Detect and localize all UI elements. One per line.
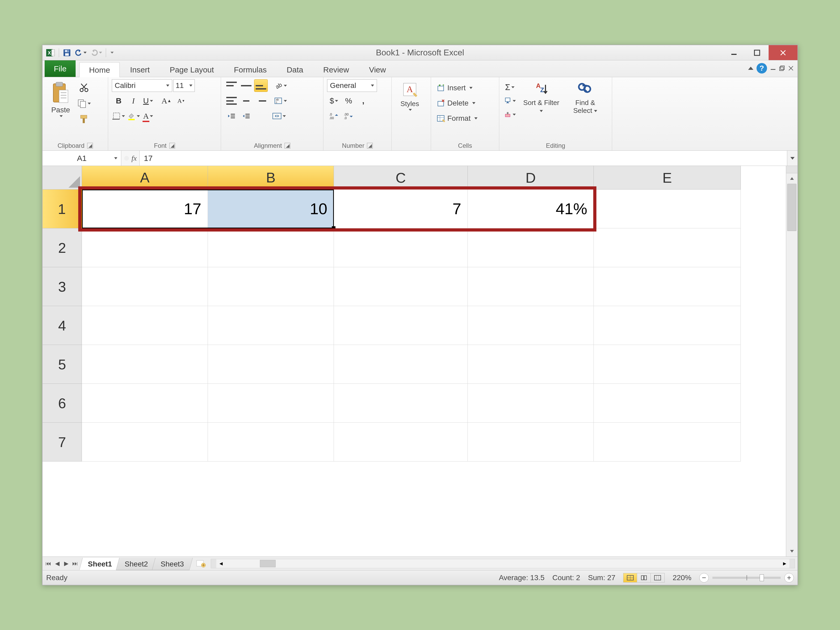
zoom-in-button[interactable]: +: [784, 573, 794, 583]
normal-view-button[interactable]: [624, 573, 637, 582]
cell-e6[interactable]: [594, 384, 741, 423]
row-header-7[interactable]: 7: [43, 423, 82, 461]
cell-b3[interactable]: [208, 267, 334, 306]
align-top-button[interactable]: [225, 79, 238, 92]
row-header-1[interactable]: 1: [43, 189, 82, 228]
align-right-button[interactable]: [254, 95, 268, 107]
clear-button[interactable]: [503, 108, 516, 121]
excel-icon[interactable]: X: [45, 47, 56, 58]
minimize-button[interactable]: [722, 45, 745, 60]
zoom-slider-track[interactable]: [712, 577, 781, 579]
horizontal-scroll-thumb[interactable]: [260, 560, 276, 567]
cell-a4[interactable]: [82, 306, 208, 345]
align-left-button[interactable]: [225, 95, 238, 107]
cell-d4[interactable]: [468, 306, 594, 345]
tab-file[interactable]: File: [45, 60, 76, 77]
cell-a2[interactable]: [82, 228, 208, 267]
cell-c7[interactable]: [334, 423, 468, 461]
cell-d7[interactable]: [468, 423, 594, 461]
prev-sheet-button[interactable]: ◀: [53, 559, 62, 568]
last-sheet-button[interactable]: ⏭: [71, 559, 79, 568]
row-header-6[interactable]: 6: [43, 384, 82, 423]
cell-d5[interactable]: [468, 345, 594, 384]
cell-a6[interactable]: [82, 384, 208, 423]
cell-d3[interactable]: [468, 267, 594, 306]
decrease-decimal-button[interactable]: .00.0: [342, 110, 355, 122]
horizontal-scroll-track[interactable]: [226, 559, 780, 568]
column-header-b[interactable]: B: [208, 166, 334, 189]
italic-button[interactable]: I: [126, 95, 140, 107]
column-header-c[interactable]: C: [334, 166, 468, 189]
column-header-d[interactable]: D: [468, 166, 594, 189]
sort-filter-button[interactable]: AZ Sort & Filter: [520, 79, 562, 115]
zoom-out-button[interactable]: −: [699, 573, 709, 583]
vertical-split-handle[interactable]: [786, 166, 797, 173]
save-button[interactable]: [62, 47, 72, 58]
merge-center-button[interactable]: [272, 110, 286, 122]
cell-b4[interactable]: [208, 306, 334, 345]
increase-indent-button[interactable]: [239, 110, 253, 122]
find-select-button[interactable]: Find & Select: [562, 79, 608, 115]
align-bottom-button[interactable]: [254, 79, 268, 92]
font-dialog-launcher[interactable]: [169, 143, 175, 148]
accounting-format-button[interactable]: $: [327, 95, 341, 107]
paste-button[interactable]: Paste: [46, 79, 75, 126]
close-button[interactable]: [769, 45, 797, 60]
cell-b6[interactable]: [208, 384, 334, 423]
qat-customize[interactable]: [109, 47, 115, 58]
cell-c2[interactable]: [334, 228, 468, 267]
cell-e2[interactable]: [594, 228, 741, 267]
cell-a7[interactable]: [82, 423, 208, 461]
cut-button[interactable]: [77, 81, 91, 95]
insert-cells-button[interactable]: Insert: [435, 81, 479, 95]
cell-b5[interactable]: [208, 345, 334, 384]
fx-icon[interactable]: fx: [131, 154, 137, 163]
grow-font-button[interactable]: A▲: [159, 95, 173, 107]
undo-button[interactable]: [74, 47, 88, 58]
mdi-close-icon[interactable]: [788, 65, 794, 71]
expand-formula-bar[interactable]: [787, 151, 797, 166]
row-header-2[interactable]: 2: [43, 228, 82, 267]
tab-insert[interactable]: Insert: [120, 62, 159, 77]
delete-cells-button[interactable]: Delete: [435, 96, 479, 110]
cell-a5[interactable]: [82, 345, 208, 384]
vertical-scroll-track[interactable]: [786, 184, 797, 546]
format-cells-button[interactable]: Format: [435, 111, 479, 125]
percent-format-button[interactable]: %: [342, 95, 355, 107]
first-sheet-button[interactable]: ⏮: [44, 559, 52, 568]
increase-decimal-button[interactable]: .0.00: [327, 110, 341, 122]
cell-a3[interactable]: [82, 267, 208, 306]
cell-c4[interactable]: [334, 306, 468, 345]
cancel-formula-icon[interactable]: [124, 155, 129, 161]
zoom-percent[interactable]: 220%: [673, 573, 692, 582]
name-box[interactable]: A1: [43, 151, 121, 166]
align-center-button[interactable]: [239, 95, 253, 107]
cell-c3[interactable]: [334, 267, 468, 306]
cell-e4[interactable]: [594, 306, 741, 345]
tab-formulas[interactable]: Formulas: [224, 62, 276, 77]
cell-e3[interactable]: [594, 267, 741, 306]
scroll-right-button[interactable]: ▶: [780, 561, 789, 566]
column-header-e[interactable]: E: [594, 166, 741, 189]
row-header-5[interactable]: 5: [43, 345, 82, 384]
cell-e7[interactable]: [594, 423, 741, 461]
cell-b2[interactable]: [208, 228, 334, 267]
cell-e5[interactable]: [594, 345, 741, 384]
cell-b1[interactable]: 10: [208, 189, 334, 228]
mdi-minimize-icon[interactable]: [770, 65, 776, 71]
alignment-dialog-launcher[interactable]: [284, 143, 291, 148]
fill-color-button[interactable]: [126, 110, 140, 122]
cell-d6[interactable]: [468, 384, 594, 423]
cell-e1[interactable]: [594, 189, 741, 228]
minimize-ribbon-icon[interactable]: [748, 67, 753, 70]
orientation-button[interactable]: ab: [273, 79, 287, 92]
cell-c5[interactable]: [334, 345, 468, 384]
number-format-select[interactable]: General: [327, 79, 377, 92]
zoom-slider-thumb[interactable]: [759, 574, 764, 581]
clipboard-dialog-launcher[interactable]: [87, 143, 93, 148]
scroll-up-button[interactable]: [786, 173, 797, 184]
select-all-button[interactable]: [43, 166, 82, 189]
row-header-3[interactable]: 3: [43, 267, 82, 306]
align-middle-button[interactable]: [239, 79, 253, 92]
font-name-select[interactable]: Calibri: [112, 79, 172, 92]
